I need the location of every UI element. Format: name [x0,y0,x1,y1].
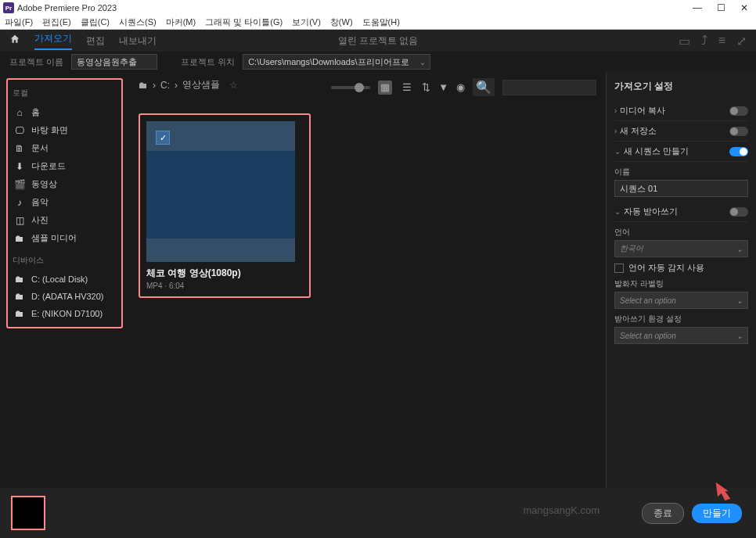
chevron-right-icon: › [175,80,178,91]
list-icon[interactable]: ≡ [718,34,725,48]
sequence-name-label: 이름 [614,167,748,178]
music-icon: ♪ [14,197,25,208]
chevron-right-icon: › [153,80,156,91]
toggle-new-location[interactable] [729,127,748,136]
sidebar-device-d[interactable]: 🖿D: (ADATA HV320) [13,288,117,305]
menubar: 파일(F) 편집(E) 클립(C) 시퀀스(S) 마커(M) 그래픽 및 타이틀… [0,16,756,30]
project-location-input[interactable] [243,54,430,70]
sidebar-item-label: 음악 [31,196,49,208]
sidebar-item-desktop[interactable]: 🖵바탕 화면 [13,121,117,139]
list-view-icon[interactable]: ☰ [400,81,414,95]
close-button[interactable]: 종료 [642,503,684,524]
share-icon[interactable]: ⤴ [701,34,707,48]
chevron-down-icon: ⌄ [614,147,621,156]
speaker-label: 발화자 라벨링 [614,278,748,289]
sidebar-item-label: 홈 [31,106,40,118]
sidebar-item-downloads[interactable]: ⬇다운로드 [13,157,117,175]
project-name-label: 프로젝트 이름 [9,56,63,68]
drive-icon: 🖿 [14,308,25,319]
sidebar-item-label: 동영상 [31,178,57,190]
sidebar-item-label: 샘플 미디어 [31,232,77,244]
eye-icon[interactable]: ◉ [456,81,465,93]
sidebar-device-c[interactable]: 🖿C: (Local Disk) [13,271,117,288]
setting-media-copy[interactable]: ›미디어 복사 [614,101,748,121]
transcribe-env-select[interactable]: Select an option⌄ [614,327,748,344]
close-button[interactable]: ✕ [733,0,756,16]
sidebar-item-label: 바탕 화면 [31,124,68,136]
preview-thumbnail[interactable] [11,496,45,530]
menu-graphics[interactable]: 그래픽 및 타이틀(G) [205,16,283,28]
menu-file[interactable]: 파일(F) [5,16,33,28]
language-select[interactable]: 한국어⌄ [614,240,748,257]
sidebar-item-home[interactable]: ⌂홈 [13,103,117,121]
sort-icon[interactable]: ⇅ [422,81,430,93]
photo-icon: ◫ [14,215,25,226]
sidebar-category-device: 디바이스 [13,255,117,266]
chevron-down-icon: ⌄ [736,296,743,305]
sidebar-item-photos[interactable]: ◫사진 [13,211,117,229]
breadcrumb-drive[interactable]: C: [160,80,170,91]
setting-auto-transcribe[interactable]: ⌄자동 받아쓰기 [614,202,748,222]
sidebar-device-e[interactable]: 🖿E: (NIKON D7100) [13,305,117,322]
minimize-button[interactable]: — [686,0,709,16]
tab-export[interactable]: 내보내기 [119,34,157,48]
toggle-media-copy[interactable] [729,106,748,116]
menu-sequence[interactable]: 시퀀스(S) [119,16,157,28]
language-label: 언어 [614,227,748,238]
sequence-name-input[interactable] [614,180,748,197]
browser-area: 🖿 › C: › 영상샘플 ☆ ▦ ☰ ⇅ ▼ ◉ 🔍 ✓ 체코 여행 영상(1… [129,72,606,488]
sidebar-item-label: C: (Local Disk) [31,274,88,284]
chevron-down-icon: ⌄ [736,245,743,253]
arrow-annotation [712,479,734,500]
fullscreen-icon[interactable]: ⤢ [736,34,747,48]
watermark: mangsangK.com [523,504,599,516]
thumbnail-size-slider[interactable] [331,86,370,89]
toggle-new-sequence[interactable] [729,147,748,156]
maximize-button[interactable]: ☐ [709,0,733,16]
select-checkbox[interactable]: ✓ [156,131,170,145]
sidebar-category-local: 로컬 [13,88,117,99]
workspace-icon[interactable]: ▭ [679,34,690,48]
toggle-auto-transcribe[interactable] [729,207,748,217]
sidebar-item-sample[interactable]: 🖿샘플 미디어 [13,229,117,247]
setting-new-sequence[interactable]: ⌄새 시퀀스 만들기 [614,142,748,162]
import-settings-panel: 가져오기 설정 ›미디어 복사 ›새 저장소 ⌄새 시퀀스 만들기 이름 ⌄자동… [606,72,756,488]
menu-clip[interactable]: 클립(C) [81,16,110,28]
sidebar-item-music[interactable]: ♪음악 [13,193,117,211]
drive-icon: 🖿 [14,274,25,285]
browser-toolbar: ▦ ☰ ⇅ ▼ ◉ 🔍 [331,78,596,96]
menu-window[interactable]: 창(W) [330,16,353,28]
tab-edit[interactable]: 편집 [86,34,105,48]
star-icon[interactable]: ☆ [229,80,238,91]
breadcrumb-folder[interactable]: 영상샘플 [182,78,220,91]
auto-detect-row[interactable]: 언어 자동 감지 사용 [614,262,748,274]
grid-view-icon[interactable]: ▦ [378,81,392,95]
home-icon[interactable] [9,34,20,48]
project-name-input[interactable] [71,54,157,70]
sidebar-item-label: E: (NIKON D7100) [31,309,103,318]
auto-detect-label: 언어 자동 감지 사용 [628,262,704,274]
menu-help[interactable]: 도움말(H) [362,16,400,28]
search-input[interactable] [502,80,596,95]
tab-import[interactable]: 가져오기 [34,32,72,50]
search-icon: 🔍 [473,78,495,96]
chevron-down-icon: ⌄ [614,207,621,216]
media-thumbnail[interactable]: ✓ [146,121,295,262]
project-bar: 프로젝트 이름 프로젝트 위치 ⌄ [0,52,756,72]
sidebar-item-videos[interactable]: 🎬동영상 [13,175,117,193]
chevron-down-icon: ⌄ [736,332,743,340]
auto-detect-checkbox[interactable] [614,264,624,273]
filter-icon[interactable]: ▼ [438,81,448,93]
menu-marker[interactable]: 마커(M) [166,16,196,28]
menu-edit[interactable]: 편집(E) [42,16,71,28]
media-meta: MP4 · 6:04 [146,282,303,290]
speaker-select[interactable]: Select an option⌄ [614,292,748,309]
media-card[interactable]: ✓ 체코 여행 영상(1080p) MP4 · 6:04 [139,113,311,298]
create-button[interactable]: 만들기 [692,504,742,523]
transcribe-env-label: 받아쓰기 환경 설정 [614,314,748,325]
setting-new-location[interactable]: ›새 저장소 [614,121,748,142]
sidebar-item-documents[interactable]: 🗎문서 [13,139,117,157]
footer: mangsangK.com 종료 만들기 [0,488,756,538]
sidebar-item-label: D: (ADATA HV320) [31,292,104,301]
menu-view[interactable]: 보기(V) [292,16,321,28]
